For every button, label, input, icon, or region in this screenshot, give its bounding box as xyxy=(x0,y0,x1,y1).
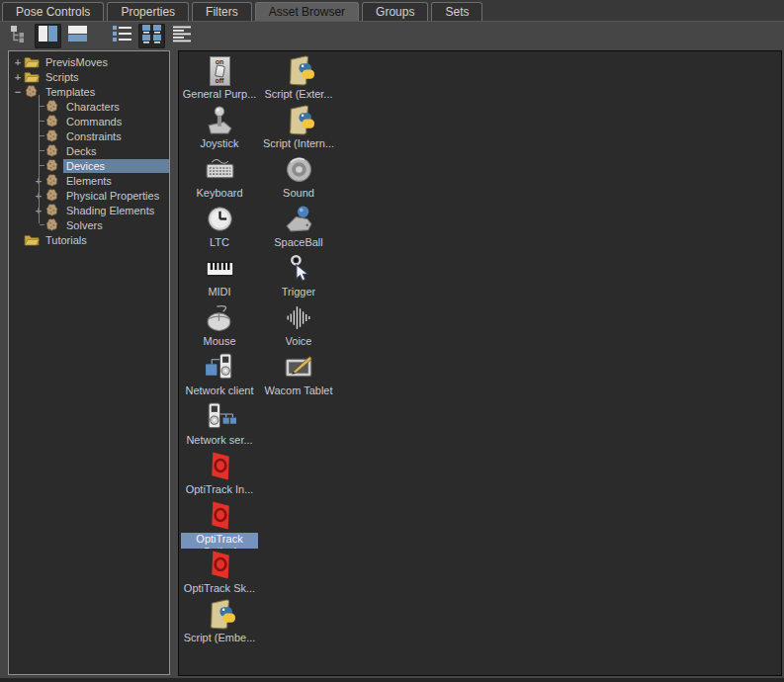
tree-item-decks[interactable]: Decks xyxy=(9,143,169,158)
keyboard-icon xyxy=(203,153,236,186)
asset-item-label: Script (Embe... xyxy=(184,632,256,644)
toggle-on-label: on xyxy=(216,58,224,65)
template-icon xyxy=(44,189,60,203)
optitrack-icon xyxy=(203,499,236,532)
piano-keys-icon xyxy=(203,252,236,285)
tree-branch xyxy=(33,224,44,225)
asset-item-label: Voice xyxy=(286,335,312,348)
expand-icon[interactable]: + xyxy=(12,71,24,83)
tree-item-scripts[interactable]: + Scripts xyxy=(9,69,169,84)
tree-item-tutorials[interactable]: Tutorials xyxy=(9,232,169,247)
template-icon xyxy=(44,129,60,143)
tree-item-prevismoves[interactable]: + PrevisMoves xyxy=(9,54,169,69)
asset-item-script-external[interactable]: Script (Exter... xyxy=(259,54,338,104)
list-view-icon xyxy=(112,25,133,46)
template-icon xyxy=(44,159,60,173)
asset-item-keyboard[interactable]: Keyboard xyxy=(180,153,259,203)
tree-item-label: Decks xyxy=(63,144,100,158)
folder-icon xyxy=(24,55,40,69)
tree-item-label: Devices xyxy=(63,159,169,173)
asset-item-voice[interactable]: Voice xyxy=(259,301,338,351)
tree-item-constraints[interactable]: Constraints xyxy=(9,128,169,143)
template-icon xyxy=(44,115,60,128)
split-vertical-button[interactable] xyxy=(35,24,61,48)
split-horizontal-button[interactable] xyxy=(64,24,91,48)
tree-item-solvers[interactable]: Solvers xyxy=(9,217,169,232)
tree-item-label: Characters xyxy=(63,100,123,114)
asset-item-trigger[interactable]: Trigger xyxy=(259,252,338,301)
asset-item-sound[interactable]: Sound xyxy=(259,153,338,203)
list-view-button[interactable] xyxy=(109,24,135,48)
tree-item-label: Physical Properties xyxy=(63,189,162,203)
asset-grid-panel: on off General Purp... Script (Exter... … xyxy=(178,50,782,676)
asset-item-label: Joystick xyxy=(200,137,238,150)
wacom-tablet-icon xyxy=(282,351,315,384)
python-script-icon xyxy=(282,54,315,87)
tree-item-shading-elements[interactable]: + Shading Elements xyxy=(9,203,169,217)
collapse-icon[interactable]: − xyxy=(12,86,24,98)
asset-item-label: Trigger xyxy=(282,286,315,298)
asset-item-network-client[interactable]: Network client xyxy=(180,351,259,400)
tab-pose-controls[interactable]: Pose Controls xyxy=(2,2,104,21)
asset-item-network-server[interactable]: Network ser... xyxy=(180,400,259,450)
tree-item-commands[interactable]: Commands xyxy=(9,114,169,128)
tree-item-characters[interactable]: Characters xyxy=(9,99,169,114)
tab-filters[interactable]: Filters xyxy=(192,2,252,21)
waveform-icon xyxy=(282,301,315,334)
asset-grid: on off General Purp... Script (Exter... … xyxy=(179,51,781,647)
asset-item-wacom-tablet[interactable]: Wacom Tablet xyxy=(259,351,338,400)
asset-item-script-embedded[interactable]: Script (Embe... xyxy=(180,598,259,647)
network-server-icon xyxy=(203,400,236,433)
hierarchy-view-button[interactable] xyxy=(5,24,32,48)
clock-icon xyxy=(203,203,236,235)
window-bottom-edge xyxy=(0,678,784,682)
asset-item-midi[interactable]: MIDI xyxy=(180,252,259,301)
tree-item-label: Tutorials xyxy=(43,233,90,247)
details-view-button[interactable] xyxy=(168,24,195,48)
template-tree: + PrevisMoves + Scripts − Templates xyxy=(9,51,169,247)
template-icon xyxy=(44,174,60,188)
folder-icon xyxy=(24,233,40,247)
trigger-cursor-icon xyxy=(282,252,315,285)
tab-groups[interactable]: Groups xyxy=(362,2,428,21)
asset-item-joystick[interactable]: Joystick xyxy=(180,104,259,153)
thumbnail-view-button[interactable] xyxy=(138,24,165,48)
tree-item-devices[interactable]: Devices xyxy=(9,158,169,173)
asset-item-label: Wacom Tablet xyxy=(264,384,332,397)
toggle-switch-icon: on off xyxy=(203,54,236,87)
tree-item-label: PrevisMoves xyxy=(43,55,111,69)
expand-icon[interactable]: + xyxy=(12,56,24,68)
tree-item-label: Constraints xyxy=(63,129,125,143)
asset-item-optitrack-skeleton[interactable]: OptiTrack Sk... xyxy=(180,549,259,598)
python-script-icon xyxy=(203,598,236,631)
asset-item-spaceball[interactable]: SpaceBall xyxy=(259,203,338,252)
asset-item-mouse[interactable]: Mouse xyxy=(180,301,259,351)
tab-sets[interactable]: Sets xyxy=(431,2,482,21)
template-icon xyxy=(44,144,60,158)
joystick-icon xyxy=(203,104,236,136)
asset-item-ltc[interactable]: LTC xyxy=(180,203,259,252)
tab-bar: Pose Controls Properties Filters Asset B… xyxy=(0,0,784,21)
asset-item-label: General Purp... xyxy=(183,88,257,101)
tree-item-physical-properties[interactable]: + Physical Properties xyxy=(9,188,169,203)
asset-item-label: SpaceBall xyxy=(274,236,323,249)
template-tree-panel: + PrevisMoves + Scripts − Templates xyxy=(8,50,170,675)
split-vertical-icon xyxy=(38,25,58,46)
tree-item-label: Scripts xyxy=(43,70,82,84)
tree-item-elements[interactable]: + Elements xyxy=(9,173,169,188)
python-script-icon xyxy=(282,104,315,136)
asset-item-label: Mouse xyxy=(203,335,235,348)
optitrack-icon xyxy=(203,450,236,482)
template-icon xyxy=(44,100,60,114)
asset-item-script-internal[interactable]: Script (Intern... xyxy=(259,104,338,153)
toggle-off-label: off xyxy=(216,77,224,84)
asset-item-optitrack-optical[interactable]: OptiTrack Optical xyxy=(180,499,259,549)
asset-item-optitrack-insight[interactable]: OptiTrack In... xyxy=(180,450,259,499)
tab-asset-browser[interactable]: Asset Browser xyxy=(255,2,359,21)
tree-item-label: Shading Elements xyxy=(63,204,157,217)
tree-item-templates[interactable]: − Templates xyxy=(9,84,169,99)
asset-item-label: Network ser... xyxy=(186,434,252,447)
asset-item-general-purpose[interactable]: on off General Purp... xyxy=(180,54,259,104)
tab-properties[interactable]: Properties xyxy=(107,2,189,21)
asset-item-label: OptiTrack Sk... xyxy=(184,582,255,595)
